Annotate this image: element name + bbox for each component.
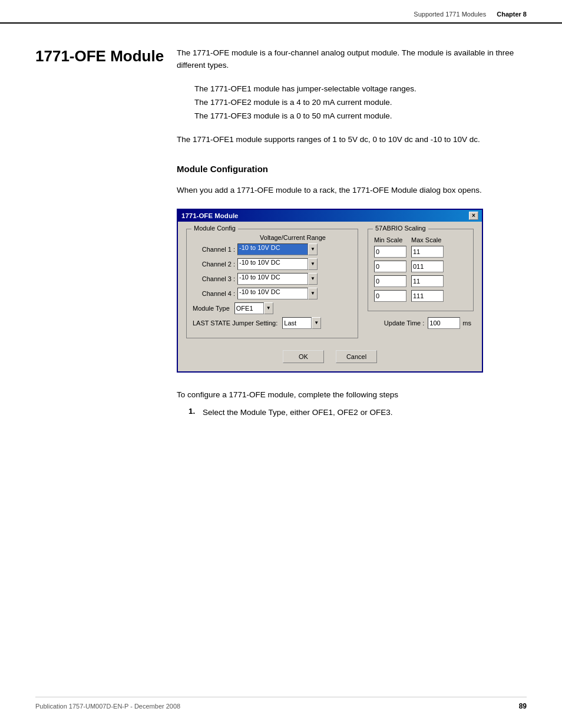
channel3-select-box: -10 to 10V DC ▼: [237, 273, 318, 285]
bullet-item-3: The 1771-OFE3 module is a 0 to 50 mA cur…: [194, 110, 527, 123]
update-time-row: Update Time : ms: [368, 317, 471, 329]
channel4-input[interactable]: -10 to 10V DC: [237, 288, 308, 299]
jumper-dropdown-btn[interactable]: ▼: [312, 317, 321, 329]
subsection-title: Module Configuration: [177, 164, 527, 174]
title-content-wrapper: 1771-OFE Module The 1771-OFE module is a…: [35, 47, 527, 424]
channel1-input[interactable]: -10 to 10V DC: [237, 243, 308, 255]
content-area: The 1771-OFE module is a four-channel an…: [177, 47, 527, 419]
ms-label: ms: [462, 319, 471, 327]
channel1-dropdown-btn[interactable]: ▼: [308, 243, 318, 255]
section-title: 1771-OFE Module: [35, 47, 165, 65]
steps-section: To configure a 1771-OFE module, complete…: [177, 389, 527, 420]
steps-para: To configure a 1771-OFE module, complete…: [177, 389, 527, 401]
voltage-range-header: Voltage/Current Range: [234, 234, 352, 241]
channel4-select-box: -10 to 10V DC ▼: [237, 288, 318, 299]
jumper-row: LAST STATE Jumper Setting: Last ▼: [193, 317, 352, 329]
dialog-titlebar: 1771-OFE Module ×: [178, 210, 482, 222]
page-content: 1771-OFE Module The 1771-OFE module is a…: [0, 24, 562, 459]
module-config-group-title: Module Config: [191, 225, 238, 232]
dialog-box: 1771-OFE Module × Module Config Volt: [177, 209, 483, 373]
module-type-label: Module Type: [193, 305, 230, 312]
step-1: 1. Select the Module Type, either OFE1, …: [189, 407, 527, 419]
module-type-dropdown-btn[interactable]: ▼: [264, 302, 273, 314]
ok-button[interactable]: OK: [283, 350, 324, 363]
footer-page-number: 89: [519, 702, 527, 710]
footer-publication: Publication 1757-UM007D-EN-P - December …: [35, 703, 180, 710]
channel1-row: Channel 1 : -10 to 10V DC ▼: [193, 243, 352, 255]
dialog-wrapper: 1771-OFE Module × Module Config Volt: [177, 209, 527, 373]
scaling-row1-max[interactable]: [411, 246, 444, 258]
dialog-title: 1771-OFE Module: [181, 212, 239, 219]
scaling-row-2: [374, 261, 467, 272]
scaling-row3-max[interactable]: [411, 275, 444, 287]
channel3-row: Channel 3 : -10 to 10V DC ▼: [193, 273, 352, 285]
max-scale-label: Max Scale: [411, 236, 444, 243]
scaling-headers: Min Scale Max Scale: [374, 236, 467, 243]
channel4-dropdown-btn[interactable]: ▼: [308, 288, 318, 299]
dialog-left-panel: Module Config Voltage/Current Range Chan…: [186, 229, 358, 344]
channel4-row: Channel 4 : -10 to 10V DC ▼: [193, 288, 352, 299]
scaling-row3-min[interactable]: [374, 275, 406, 287]
dialog-buttons: OK Cancel: [186, 350, 474, 363]
update-time-label: Update Time :: [384, 319, 424, 327]
bullet-item-1: The 1771-OFE1 module has jumper-selectab…: [194, 83, 527, 96]
module-type-row: Module Type OFE1 ▼: [193, 302, 352, 314]
intro-paragraph-1: The 1771-OFE module is a four-channel an…: [177, 47, 527, 72]
dialog-right-panel: 57ABRIO Scaling Min Scale Max Scale: [368, 229, 474, 344]
scaling-row-3: [374, 275, 467, 287]
scaling-row4-max[interactable]: [411, 290, 444, 302]
cancel-button[interactable]: Cancel: [336, 350, 377, 363]
channel3-label: Channel 3 :: [193, 275, 235, 282]
page-footer: Publication 1757-UM007D-EN-P - December …: [35, 697, 527, 710]
scaling-group-title: 57ABRIO Scaling: [373, 225, 428, 232]
min-scale-label: Min Scale: [374, 236, 406, 243]
header-chapter-text: Chapter 8: [497, 11, 527, 18]
page-container: Supported 1771 Modules Chapter 8 1771-OF…: [0, 0, 562, 728]
channel2-label: Channel 2 :: [193, 261, 235, 268]
channel2-select-box: -10 to 10V DC ▼: [237, 258, 318, 270]
header-supported-text: Supported 1771 Modules: [414, 11, 486, 18]
channel2-input[interactable]: -10 to 10V DC: [237, 258, 308, 270]
scaling-group: 57ABRIO Scaling Min Scale Max Scale: [368, 229, 474, 311]
dialog-body: Module Config Voltage/Current Range Chan…: [178, 222, 482, 371]
update-time-input[interactable]: [428, 317, 460, 329]
page-header: Supported 1771 Modules Chapter 8: [0, 0, 562, 24]
jumper-label: LAST STATE Jumper Setting:: [193, 319, 277, 327]
jumper-input[interactable]: Last: [282, 317, 312, 329]
channel2-dropdown-btn[interactable]: ▼: [308, 258, 318, 270]
bullet-list: The 1771-OFE1 module has jumper-selectab…: [194, 83, 527, 123]
bullet-item-2: The 1771-OFE2 module is a 4 to 20 mA cur…: [194, 96, 527, 110]
channel3-input[interactable]: -10 to 10V DC: [237, 273, 308, 285]
intro-paragraph-2: The 1771-OFE1 module supports ranges of …: [177, 134, 527, 146]
channel3-dropdown-btn[interactable]: ▼: [308, 273, 318, 285]
channel4-label: Channel 4 :: [193, 290, 235, 297]
scaling-row4-min[interactable]: [374, 290, 406, 302]
step-1-number: 1.: [189, 407, 203, 416]
channel2-row: Channel 2 : -10 to 10V DC ▼: [193, 258, 352, 270]
scaling-row-1: [374, 246, 467, 258]
config-paragraph: When you add a 1771-OFE module to a rack…: [177, 185, 527, 197]
module-config-group: Module Config Voltage/Current Range Chan…: [186, 229, 358, 338]
scaling-row2-min[interactable]: [374, 261, 406, 272]
module-type-input[interactable]: OFE1: [234, 302, 264, 314]
channel1-select-box: -10 to 10V DC ▼: [237, 243, 318, 255]
channel1-label: Channel 1 :: [193, 246, 235, 253]
scaling-row-4: [374, 290, 467, 302]
scaling-row1-min[interactable]: [374, 246, 406, 258]
step-1-text: Select the Module Type, either OFE1, OFE…: [203, 407, 392, 419]
scaling-row2-max[interactable]: [411, 261, 444, 272]
dialog-columns: Module Config Voltage/Current Range Chan…: [186, 229, 474, 344]
dialog-close-button[interactable]: ×: [469, 212, 478, 220]
